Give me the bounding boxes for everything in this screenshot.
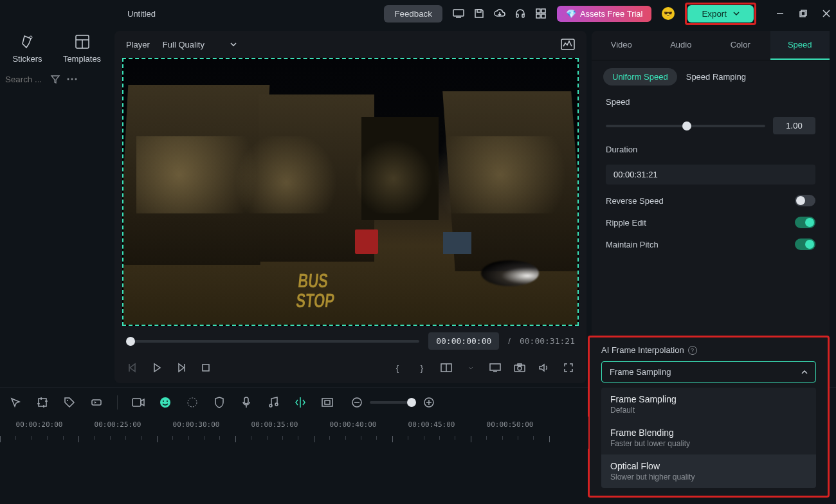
- svg-rect-6: [541, 9, 545, 13]
- help-icon[interactable]: ?: [688, 346, 697, 355]
- export-button[interactable]: Export: [687, 5, 754, 22]
- search-input[interactable]: [5, 75, 44, 84]
- templates-icon: [74, 33, 91, 50]
- headphones-icon[interactable]: [514, 8, 526, 19]
- crop-tool-icon[interactable]: [36, 396, 49, 409]
- ruler-label: 00:00:20:00: [0, 420, 78, 429]
- color-wheel-icon[interactable]: [186, 396, 199, 409]
- maintain-pitch-label: Maintain Pitch: [606, 240, 659, 249]
- screen-icon[interactable]: [453, 8, 464, 19]
- assets-free-trial-button[interactable]: 💎 Assets Free Trial: [557, 6, 652, 22]
- step-back-icon[interactable]: [126, 361, 139, 374]
- svg-point-31: [67, 400, 68, 401]
- frame-icon[interactable]: [321, 396, 334, 409]
- chevron-down-icon: [733, 12, 740, 15]
- svg-rect-10: [800, 12, 805, 17]
- save-icon[interactable]: [473, 8, 485, 19]
- svg-point-17: [71, 78, 73, 80]
- tag-icon[interactable]: [63, 396, 76, 409]
- speed-tool-icon[interactable]: [90, 396, 103, 409]
- music-icon[interactable]: [267, 396, 280, 409]
- subtab-uniform-speed[interactable]: Uniform Speed: [603, 68, 677, 86]
- aspect-icon[interactable]: [440, 361, 453, 374]
- split-icon[interactable]: [294, 396, 307, 409]
- mark-out-icon[interactable]: }: [415, 361, 428, 374]
- more-icon[interactable]: [67, 78, 77, 80]
- preview-viewport[interactable]: BUSSTOP: [122, 58, 579, 326]
- svg-point-37: [188, 398, 197, 407]
- emoji-badge-icon[interactable]: 😎: [662, 7, 675, 20]
- dropdown-option-frame-sampling[interactable]: Frame Sampling Default: [601, 388, 816, 421]
- feedback-button[interactable]: Feedback: [384, 5, 442, 22]
- minimize-icon[interactable]: [776, 9, 785, 18]
- tab-video[interactable]: Video: [592, 31, 651, 60]
- chevron-up-icon: [801, 370, 808, 374]
- tab-stickers-label: Stickers: [12, 54, 42, 64]
- maximize-icon[interactable]: [799, 9, 808, 18]
- maintain-pitch-toggle[interactable]: [795, 239, 815, 250]
- reverse-speed-label: Reverse Speed: [606, 196, 664, 206]
- dropdown-option-optical-flow[interactable]: Optical Flow Slower but higher quality: [601, 455, 816, 488]
- svg-point-40: [275, 403, 278, 406]
- reverse-speed-toggle[interactable]: [795, 195, 815, 206]
- shield-icon[interactable]: [213, 396, 226, 409]
- speed-slider[interactable]: [606, 125, 765, 127]
- filter-icon[interactable]: [50, 74, 60, 84]
- tab-color[interactable]: Color: [711, 31, 770, 60]
- cloud-icon[interactable]: [494, 8, 505, 19]
- dropdown-list: Frame Sampling Default Frame Blending Fa…: [601, 388, 816, 488]
- export-highlight: Export: [685, 3, 756, 25]
- tab-stickers[interactable]: Stickers: [0, 33, 55, 64]
- ruler-label: 00:00:35:00: [235, 420, 314, 429]
- zoom-slider[interactable]: [370, 401, 416, 404]
- speed-value[interactable]: 1.00: [773, 117, 815, 134]
- close-icon[interactable]: [822, 9, 831, 18]
- tab-templates[interactable]: Templates: [55, 33, 109, 64]
- volume-icon[interactable]: [538, 361, 550, 374]
- snapshot-icon[interactable]: [513, 361, 526, 374]
- chevron-down-icon: [230, 42, 237, 46]
- smiley-icon[interactable]: [159, 396, 172, 409]
- ruler-label: 00:00:25:00: [78, 420, 157, 429]
- svg-point-16: [68, 78, 69, 80]
- stop-icon[interactable]: [199, 361, 212, 374]
- fullscreen-icon[interactable]: [562, 361, 575, 374]
- zoom-in-icon[interactable]: [423, 396, 435, 409]
- playhead-scrubber[interactable]: [126, 340, 419, 343]
- duration-label: Duration: [606, 145, 815, 154]
- mic-icon[interactable]: [240, 396, 253, 409]
- step-forward-icon[interactable]: [175, 361, 188, 374]
- ruler-label: 00:00:50:00: [471, 420, 549, 429]
- svg-rect-2: [477, 10, 481, 12]
- video-icon[interactable]: [132, 396, 145, 409]
- ai-interpolation-dropdown[interactable]: Frame Sampling: [601, 361, 816, 382]
- export-label: Export: [702, 9, 727, 19]
- subtab-speed-ramping[interactable]: Speed Ramping: [686, 72, 746, 82]
- zoom-out-icon[interactable]: [350, 396, 363, 409]
- mark-in-icon[interactable]: {: [391, 361, 404, 374]
- tab-templates-label: Templates: [63, 54, 101, 64]
- duration-input[interactable]: 00:00:31:21: [606, 165, 815, 184]
- svg-rect-11: [801, 10, 806, 15]
- tab-audio[interactable]: Audio: [651, 31, 711, 60]
- preview-image: BUSSTOP: [123, 59, 577, 325]
- timeline-ruler[interactable]: 00:00:20:00 00:00:25:00 00:00:30:00 00:0…: [0, 417, 588, 449]
- tab-speed[interactable]: Speed: [770, 31, 830, 60]
- ripple-edit-toggle[interactable]: [795, 217, 815, 228]
- scopes-icon[interactable]: [561, 39, 575, 50]
- quality-select[interactable]: Full Quality: [163, 40, 237, 50]
- svg-point-18: [75, 78, 77, 80]
- timecode-current[interactable]: 00:00:00:00: [428, 332, 499, 350]
- dropdown-option-frame-blending[interactable]: Frame Blending Faster but lower quality: [601, 421, 816, 455]
- svg-rect-43: [325, 401, 330, 404]
- ruler-label: 00:00:45:00: [392, 420, 471, 429]
- svg-rect-30: [39, 399, 46, 406]
- play-icon[interactable]: [150, 361, 163, 374]
- grid-icon[interactable]: [535, 8, 547, 19]
- svg-point-35: [163, 401, 164, 402]
- pointer-tool-icon[interactable]: [9, 396, 22, 409]
- ruler-label: 00:00:40:00: [314, 420, 392, 429]
- display-icon[interactable]: [489, 361, 502, 374]
- chevron-down-icon[interactable]: [464, 361, 477, 374]
- timecode-sep: /: [508, 336, 511, 346]
